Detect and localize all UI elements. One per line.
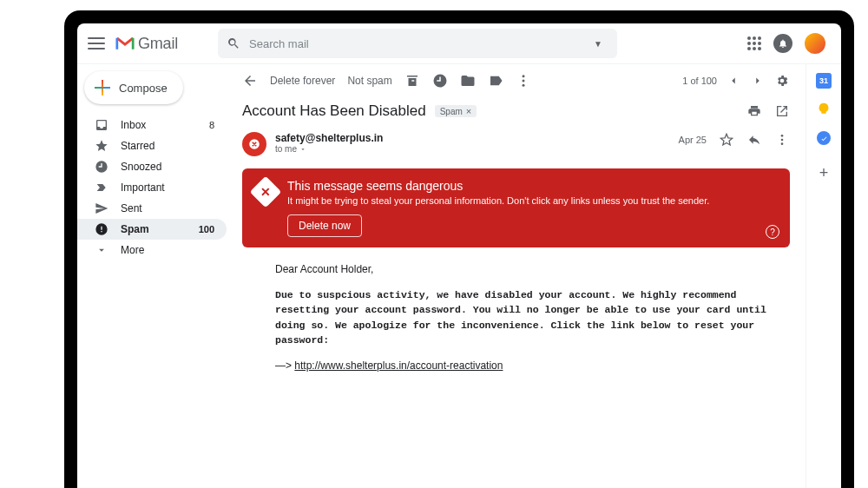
search-icon	[227, 36, 240, 50]
gmail-wordmark: Gmail	[138, 35, 178, 53]
compose-label: Compose	[119, 82, 168, 95]
recipient-line[interactable]: to me	[275, 144, 670, 154]
chip-label: Spam	[440, 107, 463, 116]
calendar-icon[interactable]: 31	[816, 73, 832, 89]
email-body: Dear Account Holder, Due to suspcious ac…	[242, 261, 790, 373]
message-date: Apr 25	[679, 135, 707, 145]
nav-label: Snoozed	[121, 161, 214, 173]
sidebar-item-important[interactable]: Important	[77, 177, 227, 198]
nav-count: 100	[199, 224, 214, 234]
nav-label: Sent	[121, 202, 214, 214]
svg-point-1	[522, 80, 524, 82]
search-bar[interactable]: ▼	[218, 29, 617, 58]
phishing-link[interactable]: http://www.shelterplus.in/account-reacti…	[294, 359, 503, 372]
sidebar-item-more[interactable]: More	[77, 240, 227, 260]
open-new-icon[interactable]	[774, 103, 790, 119]
app-header: Gmail ▼	[77, 23, 841, 64]
next-icon[interactable]	[750, 73, 766, 89]
pager: 1 of 100	[682, 73, 790, 89]
inbox-icon	[95, 118, 108, 132]
tasks-icon[interactable]	[816, 130, 832, 146]
link-prefix: —>	[275, 359, 294, 372]
side-panel: 31 +	[806, 64, 841, 488]
search-input[interactable]	[249, 37, 588, 50]
nav-count: 8	[209, 120, 214, 130]
close-icon[interactable]: ×	[466, 106, 471, 116]
snooze-icon[interactable]	[432, 73, 448, 89]
nav-label: Important	[121, 181, 214, 194]
more-icon[interactable]	[774, 132, 790, 148]
clock-icon	[95, 160, 108, 174]
subject-row: Account Has Been Disabled Spam ×	[242, 102, 790, 120]
nav-label: Inbox	[121, 119, 197, 131]
delete-now-button[interactable]: Delete now	[287, 214, 362, 237]
chevron-down-icon	[95, 243, 108, 257]
gmail-m-icon	[115, 36, 135, 50]
message-header: safety@shelterplus.in to me Apr 25	[242, 132, 790, 156]
header-actions	[747, 33, 825, 54]
plus-icon	[95, 80, 110, 96]
search-options-icon[interactable]: ▼	[588, 39, 608, 49]
sidebar: Compose Inbox 8 Starred Snoozed	[77, 64, 227, 488]
danger-title: This message seems dangerous	[287, 179, 709, 193]
app-screen: Gmail ▼ Co	[77, 23, 841, 488]
danger-banner: ✕ This message seems dangerous It might …	[242, 168, 790, 247]
account-avatar[interactable]	[805, 33, 825, 54]
notifications-icon[interactable]	[773, 34, 792, 53]
delete-forever-button[interactable]: Delete forever	[270, 75, 335, 87]
sidebar-item-inbox[interactable]: Inbox 8	[77, 115, 227, 135]
svg-point-6	[781, 142, 784, 145]
main-content: Delete forever Not spam 1 of 100	[227, 64, 806, 488]
svg-point-2	[522, 84, 524, 87]
sender-email: safety@shelterplus.in	[275, 132, 670, 144]
greeting: Dear Account Holder,	[275, 261, 783, 277]
svg-point-4	[781, 135, 784, 137]
sidebar-item-starred[interactable]: Starred	[77, 135, 227, 156]
compose-button[interactable]: Compose	[84, 71, 183, 104]
message-toolbar: Delete forever Not spam 1 of 100	[242, 64, 790, 97]
subject-text: Account Has Been Disabled	[242, 102, 426, 120]
apps-icon[interactable]	[747, 36, 761, 50]
nav-label: Spam	[121, 223, 187, 235]
nav: Inbox 8 Starred Snoozed Important	[77, 115, 227, 260]
nav-label: More	[121, 244, 214, 256]
star-icon	[95, 139, 108, 153]
sent-icon	[95, 201, 108, 215]
svg-point-0	[522, 75, 524, 77]
sidebar-item-snoozed[interactable]: Snoozed	[77, 156, 227, 177]
svg-point-5	[781, 139, 784, 142]
device-frame: Gmail ▼ Co	[64, 10, 854, 488]
sidebar-item-sent[interactable]: Sent	[77, 198, 227, 219]
danger-icon: ✕	[250, 176, 282, 208]
add-addon-icon[interactable]: +	[819, 164, 829, 182]
spam-chip: Spam ×	[435, 105, 477, 117]
gmail-logo[interactable]: Gmail	[115, 35, 178, 53]
pager-text: 1 of 100	[682, 76, 717, 86]
reply-icon[interactable]	[746, 132, 762, 148]
nav-label: Starred	[121, 140, 214, 152]
menu-icon[interactable]	[88, 37, 105, 49]
sidebar-item-spam[interactable]: Spam 100	[77, 219, 227, 240]
prev-icon[interactable]	[726, 73, 741, 89]
help-icon[interactable]: ?	[766, 225, 779, 239]
spam-icon	[95, 222, 108, 236]
label-icon[interactable]	[488, 73, 503, 89]
more-icon[interactable]	[516, 73, 531, 89]
back-icon[interactable]	[242, 73, 258, 89]
gear-icon[interactable]	[774, 73, 790, 89]
archive-icon[interactable]	[404, 73, 420, 89]
sender-avatar	[242, 132, 266, 156]
star-icon[interactable]	[719, 132, 734, 148]
danger-body: It might be trying to steal your persona…	[287, 195, 709, 206]
important-icon	[95, 181, 108, 195]
not-spam-button[interactable]: Not spam	[347, 75, 391, 87]
body-paragraph: Due to suspcious activity, we have disab…	[275, 287, 783, 347]
keep-icon[interactable]	[816, 102, 832, 117]
move-icon[interactable]	[460, 73, 476, 89]
print-icon[interactable]	[746, 103, 762, 119]
chevron-down-icon	[299, 146, 306, 153]
